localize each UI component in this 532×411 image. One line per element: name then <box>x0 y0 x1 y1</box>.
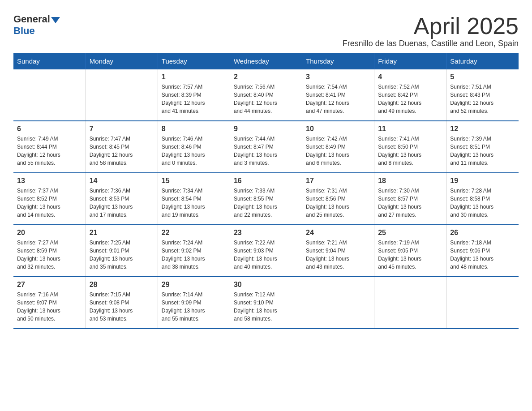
day-info: Sunrise: 7:22 AMSunset: 9:03 PMDaylight:… <box>234 239 298 271</box>
calendar-cell: 20Sunrise: 7:27 AMSunset: 8:59 PMDayligh… <box>13 225 86 277</box>
day-number: 23 <box>234 229 298 237</box>
day-number: 17 <box>306 177 370 185</box>
calendar-cell: 29Sunrise: 7:14 AMSunset: 9:09 PMDayligh… <box>158 277 230 329</box>
day-number: 16 <box>234 177 298 185</box>
calendar-cell <box>446 277 519 329</box>
day-info: Sunrise: 7:39 AMSunset: 8:51 PMDaylight:… <box>450 135 515 167</box>
logo-blue-text: Blue <box>13 25 35 36</box>
day-info: Sunrise: 7:33 AMSunset: 8:55 PMDaylight:… <box>234 187 298 219</box>
title-section: April 2025 Fresnillo de las Duenas, Cast… <box>343 13 519 48</box>
day-info: Sunrise: 7:52 AMSunset: 8:42 PMDaylight:… <box>378 83 442 115</box>
location-subtitle: Fresnillo de las Duenas, Castille and Le… <box>343 39 519 48</box>
calendar-cell: 25Sunrise: 7:19 AMSunset: 9:05 PMDayligh… <box>374 225 446 277</box>
day-of-week-header: Thursday <box>302 53 374 69</box>
day-info: Sunrise: 7:15 AMSunset: 9:08 PMDaylight:… <box>90 291 154 323</box>
calendar-cell: 11Sunrise: 7:41 AMSunset: 8:50 PMDayligh… <box>374 121 446 173</box>
day-of-week-header: Saturday <box>446 53 519 69</box>
calendar-cell: 21Sunrise: 7:25 AMSunset: 9:01 PMDayligh… <box>86 225 158 277</box>
day-number: 9 <box>234 125 298 133</box>
calendar-cell: 4Sunrise: 7:52 AMSunset: 8:42 PMDaylight… <box>374 69 446 121</box>
day-info: Sunrise: 7:21 AMSunset: 9:04 PMDaylight:… <box>306 239 370 271</box>
logo: General Blue <box>13 13 61 37</box>
day-info: Sunrise: 7:28 AMSunset: 8:58 PMDaylight:… <box>450 187 515 219</box>
day-info: Sunrise: 7:34 AMSunset: 8:54 PMDaylight:… <box>162 187 226 219</box>
day-info: Sunrise: 7:54 AMSunset: 8:41 PMDaylight:… <box>306 83 370 115</box>
calendar-cell <box>302 277 374 329</box>
day-number: 22 <box>162 229 226 237</box>
day-info: Sunrise: 7:41 AMSunset: 8:50 PMDaylight:… <box>378 135 442 167</box>
calendar-cell <box>13 69 86 121</box>
day-number: 3 <box>306 73 370 81</box>
day-number: 4 <box>378 73 442 81</box>
day-number: 15 <box>162 177 226 185</box>
day-number: 8 <box>162 125 226 133</box>
day-info: Sunrise: 7:30 AMSunset: 8:57 PMDaylight:… <box>378 187 442 219</box>
calendar-cell: 14Sunrise: 7:36 AMSunset: 8:53 PMDayligh… <box>86 173 158 225</box>
day-number: 10 <box>306 125 370 133</box>
day-number: 24 <box>306 229 370 237</box>
calendar-cell: 2Sunrise: 7:56 AMSunset: 8:40 PMDaylight… <box>230 69 302 121</box>
calendar-cell: 8Sunrise: 7:46 AMSunset: 8:46 PMDaylight… <box>158 121 230 173</box>
calendar-cell: 5Sunrise: 7:51 AMSunset: 8:43 PMDaylight… <box>446 69 519 121</box>
day-number: 5 <box>450 73 515 81</box>
calendar-cell: 27Sunrise: 7:16 AMSunset: 9:07 PMDayligh… <box>13 277 86 329</box>
month-year-title: April 2025 <box>343 13 519 39</box>
day-info: Sunrise: 7:42 AMSunset: 8:49 PMDaylight:… <box>306 135 370 167</box>
day-info: Sunrise: 7:47 AMSunset: 8:45 PMDaylight:… <box>90 135 154 167</box>
day-number: 21 <box>90 229 154 237</box>
day-info: Sunrise: 7:19 AMSunset: 9:05 PMDaylight:… <box>378 239 442 271</box>
day-of-week-header: Tuesday <box>158 53 230 69</box>
day-number: 19 <box>450 177 515 185</box>
day-info: Sunrise: 7:31 AMSunset: 8:56 PMDaylight:… <box>306 187 370 219</box>
day-number: 12 <box>450 125 515 133</box>
day-of-week-header: Friday <box>374 53 446 69</box>
calendar-cell: 19Sunrise: 7:28 AMSunset: 8:58 PMDayligh… <box>446 173 519 225</box>
calendar-cell: 30Sunrise: 7:12 AMSunset: 9:10 PMDayligh… <box>230 277 302 329</box>
calendar-cell: 22Sunrise: 7:24 AMSunset: 9:02 PMDayligh… <box>158 225 230 277</box>
calendar-cell: 23Sunrise: 7:22 AMSunset: 9:03 PMDayligh… <box>230 225 302 277</box>
calendar-cell: 6Sunrise: 7:49 AMSunset: 8:44 PMDaylight… <box>13 121 86 173</box>
day-info: Sunrise: 7:25 AMSunset: 9:01 PMDaylight:… <box>90 239 154 271</box>
calendar-week-row: 6Sunrise: 7:49 AMSunset: 8:44 PMDaylight… <box>13 121 519 173</box>
day-number: 30 <box>234 281 298 289</box>
calendar-cell: 17Sunrise: 7:31 AMSunset: 8:56 PMDayligh… <box>302 173 374 225</box>
calendar-cell: 9Sunrise: 7:44 AMSunset: 8:47 PMDaylight… <box>230 121 302 173</box>
day-info: Sunrise: 7:57 AMSunset: 8:39 PMDaylight:… <box>162 83 226 115</box>
day-info: Sunrise: 7:56 AMSunset: 8:40 PMDaylight:… <box>234 83 298 115</box>
day-number: 26 <box>450 229 515 237</box>
calendar-cell: 7Sunrise: 7:47 AMSunset: 8:45 PMDaylight… <box>86 121 158 173</box>
day-info: Sunrise: 7:37 AMSunset: 8:52 PMDaylight:… <box>17 187 82 219</box>
calendar-cell: 15Sunrise: 7:34 AMSunset: 8:54 PMDayligh… <box>158 173 230 225</box>
day-number: 6 <box>17 125 82 133</box>
calendar-cell: 26Sunrise: 7:18 AMSunset: 9:06 PMDayligh… <box>446 225 519 277</box>
calendar-cell: 10Sunrise: 7:42 AMSunset: 8:49 PMDayligh… <box>302 121 374 173</box>
day-number: 27 <box>17 281 82 289</box>
day-number: 11 <box>378 125 442 133</box>
day-info: Sunrise: 7:24 AMSunset: 9:02 PMDaylight:… <box>162 239 226 271</box>
day-info: Sunrise: 7:44 AMSunset: 8:47 PMDaylight:… <box>234 135 298 167</box>
day-number: 20 <box>17 229 82 237</box>
day-info: Sunrise: 7:14 AMSunset: 9:09 PMDaylight:… <box>162 291 226 323</box>
day-info: Sunrise: 7:51 AMSunset: 8:43 PMDaylight:… <box>450 83 515 115</box>
calendar-cell: 16Sunrise: 7:33 AMSunset: 8:55 PMDayligh… <box>230 173 302 225</box>
day-info: Sunrise: 7:46 AMSunset: 8:46 PMDaylight:… <box>162 135 226 167</box>
calendar-cell: 12Sunrise: 7:39 AMSunset: 8:51 PMDayligh… <box>446 121 519 173</box>
day-number: 1 <box>162 73 226 81</box>
calendar-cell: 28Sunrise: 7:15 AMSunset: 9:08 PMDayligh… <box>86 277 158 329</box>
logo-arrow-icon <box>51 17 60 23</box>
logo-general-text: General <box>13 13 50 25</box>
day-number: 2 <box>234 73 298 81</box>
calendar-week-row: 1Sunrise: 7:57 AMSunset: 8:39 PMDaylight… <box>13 69 519 121</box>
day-info: Sunrise: 7:12 AMSunset: 9:10 PMDaylight:… <box>234 291 298 323</box>
day-info: Sunrise: 7:36 AMSunset: 8:53 PMDaylight:… <box>90 187 154 219</box>
calendar-cell: 24Sunrise: 7:21 AMSunset: 9:04 PMDayligh… <box>302 225 374 277</box>
page-header: General Blue April 2025 Fresnillo de las… <box>13 13 519 48</box>
calendar-cell <box>374 277 446 329</box>
calendar-cell: 13Sunrise: 7:37 AMSunset: 8:52 PMDayligh… <box>13 173 86 225</box>
calendar-week-row: 13Sunrise: 7:37 AMSunset: 8:52 PMDayligh… <box>13 173 519 225</box>
day-info: Sunrise: 7:49 AMSunset: 8:44 PMDaylight:… <box>17 135 82 167</box>
day-info: Sunrise: 7:27 AMSunset: 8:59 PMDaylight:… <box>17 239 82 271</box>
day-number: 7 <box>90 125 154 133</box>
day-number: 28 <box>90 281 154 289</box>
calendar-cell: 1Sunrise: 7:57 AMSunset: 8:39 PMDaylight… <box>158 69 230 121</box>
